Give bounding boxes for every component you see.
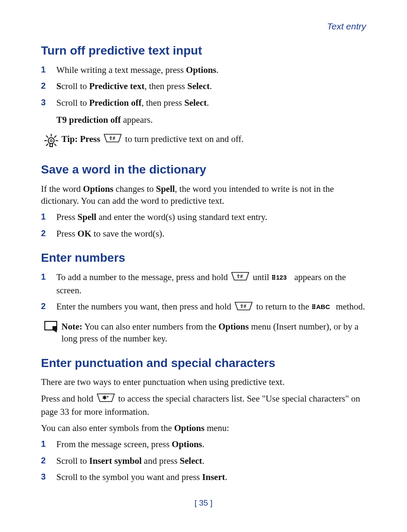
- steps-save-word: 1 Press Spell and enter the word(s) usin…: [41, 211, 366, 240]
- step-text: Press OK to save the word(s).: [56, 228, 366, 240]
- step-number: 1: [41, 438, 56, 450]
- mode-abc-icon: [312, 301, 333, 313]
- heading-save-word: Save a word in the dictionary: [41, 162, 366, 178]
- step-number: 2: [41, 301, 56, 314]
- step-number: 3: [41, 471, 56, 483]
- note-callout: Note: You can also enter numbers from th…: [41, 321, 366, 345]
- hash-key-icon: [234, 301, 253, 314]
- step-number: 2: [41, 228, 56, 240]
- list-item: 1 To add a number to the message, press …: [41, 271, 366, 296]
- tip-text: Tip: Press to turn predictive text on an…: [61, 133, 366, 146]
- step-number: 2: [41, 80, 56, 92]
- steps-enter-punctuation: 1 From the message screen, press Options…: [41, 438, 366, 483]
- step-number: 3: [41, 97, 56, 126]
- steps-enter-numbers: 1 To add a number to the message, press …: [41, 271, 366, 314]
- paragraph: Press and hold to access the special cha…: [41, 393, 366, 418]
- step-text: While writing a text message, press Opti…: [56, 64, 366, 76]
- step-text: Scroll to Prediction off, then press Sel…: [56, 97, 366, 126]
- note-text: Note: You can also enter numbers from th…: [61, 321, 366, 345]
- paragraph: You can also enter symbols from the Opti…: [41, 422, 366, 434]
- heading-enter-punctuation: Enter punctuation and special characters: [41, 355, 366, 371]
- steps-turn-off: 1 While writing a text message, press Op…: [41, 64, 366, 126]
- lightbulb-icon: [41, 133, 61, 151]
- step-number: 1: [41, 64, 56, 76]
- step-number: 2: [41, 455, 56, 467]
- hash-key-icon: [231, 272, 250, 284]
- heading-enter-numbers: Enter numbers: [41, 250, 366, 266]
- paragraph: There are two ways to enter punctuation …: [41, 376, 366, 388]
- step-text: To add a number to the message, press an…: [56, 271, 366, 296]
- step-number: 1: [41, 271, 56, 296]
- list-item: 1 While writing a text message, press Op…: [41, 64, 366, 76]
- list-item: 1 From the message screen, press Options…: [41, 438, 366, 450]
- paragraph: If the word Options changes to Spell, th…: [41, 183, 366, 207]
- page-number: [ 35 ]: [41, 497, 366, 509]
- mode-123-icon: [272, 272, 291, 284]
- list-item: 3 Scroll to the symbol you want and pres…: [41, 471, 366, 483]
- step-text: From the message screen, press Options.: [56, 438, 366, 450]
- heading-turn-off-predictive: Turn off predictive text input: [41, 43, 366, 59]
- step-text: Enter the numbers you want, then press a…: [56, 301, 366, 314]
- step-text: Press Spell and enter the word(s) using …: [56, 211, 366, 223]
- star-key-icon: [96, 393, 115, 405]
- step-number: 1: [41, 211, 56, 223]
- note-icon: [41, 321, 61, 336]
- list-item: 1 Press Spell and enter the word(s) usin…: [41, 211, 366, 223]
- list-item: 3 Scroll to Prediction off, then press S…: [41, 97, 366, 126]
- step-text: Scroll to Predictive text, then press Se…: [56, 80, 366, 92]
- list-item: 2 Enter the numbers you want, then press…: [41, 301, 366, 314]
- tip-callout: Tip: Press to turn predictive text on an…: [41, 133, 366, 151]
- hash-key-icon: [103, 133, 122, 146]
- breadcrumb: Text entry: [327, 21, 366, 31]
- page-header: Text entry: [41, 20, 366, 32]
- step-result: T9 prediction off appears.: [56, 114, 366, 126]
- step-text: Scroll to the symbol you want and press …: [56, 471, 366, 483]
- step-text: Scroll to Insert symbol and press Select…: [56, 455, 366, 467]
- list-item: 2 Scroll to Insert symbol and press Sele…: [41, 455, 366, 467]
- list-item: 2 Press OK to save the word(s).: [41, 228, 366, 240]
- list-item: 2 Scroll to Predictive text, then press …: [41, 80, 366, 92]
